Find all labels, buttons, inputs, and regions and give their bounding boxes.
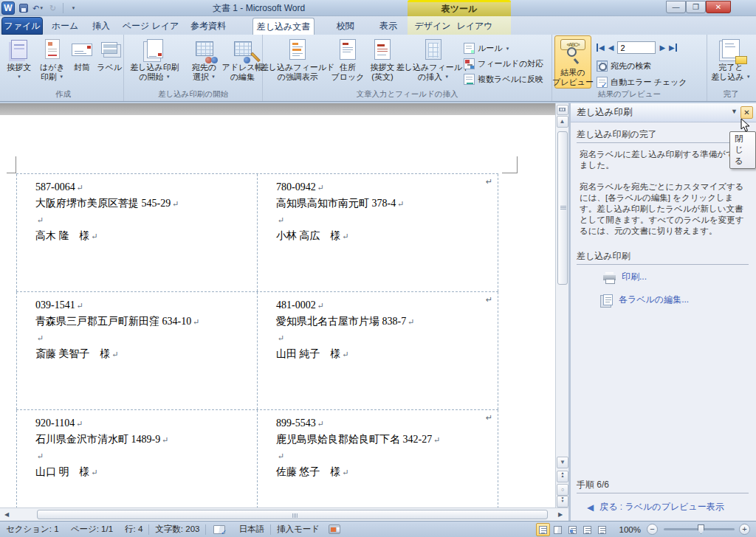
draft-view-button[interactable] <box>595 523 609 536</box>
finish-merge-icon <box>722 39 740 58</box>
tab-layout[interactable]: レイアウト <box>453 18 496 35</box>
redo-button[interactable]: ↻ <box>47 2 59 15</box>
first-record-button[interactable]: ◀ <box>597 44 605 52</box>
minimize-button[interactable]: — <box>666 1 686 13</box>
word-logo-icon[interactable]: W <box>1 1 15 15</box>
status-insert-mode[interactable]: 挿入モード <box>271 524 326 535</box>
rules-button[interactable]: ルール▼ <box>464 41 543 56</box>
update-labels-icon <box>464 74 475 85</box>
tab-page-layout[interactable]: ページ レイアウト <box>120 18 182 35</box>
task-pane-menu-button[interactable]: ▼ <box>728 106 740 119</box>
zoom-out-button[interactable]: − <box>647 524 658 535</box>
preview-results-icon: «ABC» <box>560 38 585 68</box>
task-pane-body: 差し込み印刷の完了 宛名ラベルに差し込み印刷する準備ができました。 宛名ラベルを… <box>571 122 756 306</box>
scroll-down-button[interactable]: ▼ <box>556 456 569 469</box>
back-arrow-icon: ◀ <box>587 502 594 513</box>
envelope-button[interactable]: 封筒 <box>69 35 95 89</box>
preview-results-toggle[interactable]: «ABC» 結果のプレビュー <box>554 35 591 89</box>
find-recipient-button[interactable]: 宛先の検索 <box>597 58 651 74</box>
status-bar: セクション: 1 ページ: 1/1 行: 4 文字数: 203 日本語 挿入モー… <box>0 521 756 537</box>
edit-individual-labels-link[interactable]: 各ラベルの編集... <box>603 294 749 306</box>
match-fields-button[interactable]: フィールドの対応 <box>464 56 543 72</box>
restore-button[interactable]: ❐ <box>686 1 706 13</box>
table-tools-header: 表ツール <box>408 0 511 16</box>
zoom-level[interactable]: 100% <box>609 525 647 534</box>
title-bar: W ↶▼ ↻ ▼ 文書 1 - Microsoft Word — ❐ ✕ ⌃ ? <box>0 0 756 16</box>
undo-button[interactable]: ↶▼ <box>32 2 44 15</box>
tab-design[interactable]: デザイン <box>412 18 453 35</box>
greeting-line-button[interactable]: 挨拶文(英文) <box>365 35 400 89</box>
next-page-button[interactable]: ▼ ▼ <box>556 495 569 508</box>
finish-and-merge-button[interactable]: 完了と差し込み ▼ <box>709 35 752 89</box>
spell-check-icon[interactable] <box>213 525 225 534</box>
customize-qat-button[interactable]: ▼ <box>67 2 80 15</box>
zoom-slider-thumb[interactable] <box>698 524 704 534</box>
greeting-icon <box>11 40 27 59</box>
zoom-slider[interactable] <box>664 528 735 530</box>
tab-insert[interactable]: 挿入 <box>86 18 117 35</box>
tab-mailings[interactable]: 差し込み文書 <box>252 18 315 35</box>
scroll-up-button[interactable]: ▲ <box>557 116 568 128</box>
close-button[interactable]: ✕ <box>706 1 731 13</box>
print-link[interactable]: 印刷... <box>603 271 749 283</box>
save-button[interactable] <box>17 2 30 15</box>
status-char-count[interactable]: 文字数: 203 <box>149 524 205 535</box>
scroll-right-button[interactable]: ▶ <box>555 510 566 520</box>
task-pane-close-button[interactable]: ✕ <box>740 106 753 119</box>
tab-view[interactable]: 表示 <box>371 18 405 35</box>
hagaki-print-button[interactable]: はがき印刷 ▼ <box>35 35 69 89</box>
next-record-button[interactable]: ▶ <box>659 44 665 52</box>
label-cell[interactable]: 780-0942 高知県高知市南元町 378-4 小林 高広 様 <box>257 174 498 291</box>
print-layout-view-button[interactable] <box>536 523 550 536</box>
start-merge-icon <box>147 39 163 58</box>
label-cell[interactable]: 039-1541 青森県三戸郡五戸町新田窪 634-10 斎藤 美智子 様 <box>16 292 257 409</box>
full-screen-reading-view-button[interactable] <box>551 523 565 536</box>
status-language[interactable]: 日本語 <box>227 524 270 535</box>
previous-page-button[interactable]: ▲ ▲ <box>556 470 569 483</box>
labels-icon <box>101 42 117 54</box>
start-mail-merge-button[interactable]: 差し込み印刷の開始 ▼ <box>125 35 185 89</box>
horizontal-scroll-thumb[interactable] <box>37 510 548 519</box>
web-layout-view-button[interactable] <box>566 523 580 536</box>
group-write-insert-fields: 差し込みフィールドの強調表示 住所ブロック 挨拶文(英文) 差し込みフィールドの… <box>263 35 552 101</box>
label-cell[interactable]: 587-0064 大阪府堺市美原区菩提 545-29 高木 隆 様 <box>16 174 257 291</box>
status-line[interactable]: 行: 4 <box>119 524 148 535</box>
scroll-left-button[interactable]: ◀ <box>1 510 12 520</box>
address-block-button[interactable]: 住所ブロック <box>331 35 365 89</box>
status-page[interactable]: ページ: 1/1 <box>65 524 119 535</box>
table-row: 920-1104 石川県金沢市清水町 1489-9 山口 明 様 899-554… <box>16 410 498 507</box>
tab-file[interactable]: ファイル <box>1 17 43 35</box>
record-number-input[interactable] <box>617 41 656 54</box>
tab-review[interactable]: 校閲 <box>327 18 364 35</box>
label-table[interactable]: 587-0064 大阪府堺市美原区菩提 545-29 高木 隆 様 780-09… <box>16 173 498 507</box>
auto-check-errors-button[interactable]: 自動エラー チェック <box>597 75 687 90</box>
zoom-in-button[interactable]: + <box>739 524 750 535</box>
page-top-gap <box>0 103 555 115</box>
label-cell[interactable]: 899-5543 鹿児島県姶良郡姶良町下名 342-27 佐藤 悠子 様 <box>257 410 498 507</box>
greeting-button[interactable]: 挨拶文▼ <box>3 35 35 89</box>
label-cell[interactable]: 481-0002 愛知県北名古屋市片場 838-7 山田 純子 様 <box>257 292 498 409</box>
highlight-merge-fields-button[interactable]: 差し込みフィールドの強調表示 <box>264 35 331 89</box>
back-link[interactable]: ◀ 戻る : ラベルのプレビュー表示 <box>587 501 749 513</box>
tab-references[interactable]: 参考資料 <box>185 18 232 35</box>
vertical-scrollbar[interactable]: ▲ ▼ ▲ ▲ ○ ▼ ▼ <box>555 103 568 507</box>
horizontal-scrollbar[interactable]: ◀ ▶ <box>0 507 568 521</box>
select-recipients-button[interactable]: 宛先の選択 ▼ <box>185 35 224 89</box>
document-area[interactable]: 587-0064 大阪府堺市美原区菩提 545-29 高木 隆 様 780-09… <box>0 103 555 507</box>
label-cell[interactable]: 920-1104 石川県金沢市清水町 1489-9 山口 明 様 <box>16 410 257 507</box>
insert-merge-field-button[interactable]: 差し込みフィールドの挿入 ▼ <box>400 35 467 89</box>
outline-view-button[interactable] <box>580 523 594 536</box>
edit-recipient-list-button[interactable]: アドレス帳の編集 <box>224 35 262 89</box>
ruler-toggle-button[interactable] <box>557 105 568 115</box>
tab-home[interactable]: ホーム <box>47 18 83 35</box>
status-section[interactable]: セクション: 1 <box>0 524 65 535</box>
labels-button[interactable]: ラベル <box>95 35 123 89</box>
row-end-mark: ↵ <box>486 413 501 423</box>
table-row: 587-0064 大阪府堺市美原区菩提 545-29 高木 隆 様 780-09… <box>16 174 498 292</box>
pane-paragraph-2: 宛名ラベルを宛先ごとにカスタマイズするには、[各ラベルの編集] をクリックします… <box>580 181 749 237</box>
ime-status-icon[interactable] <box>329 524 340 534</box>
previous-record-button[interactable]: ◀ <box>608 44 614 52</box>
update-labels-button[interactable]: 複数ラベルに反映 <box>464 72 543 87</box>
vertical-scroll-thumb[interactable] <box>557 131 568 285</box>
last-record-button[interactable]: ▶ <box>669 44 677 52</box>
